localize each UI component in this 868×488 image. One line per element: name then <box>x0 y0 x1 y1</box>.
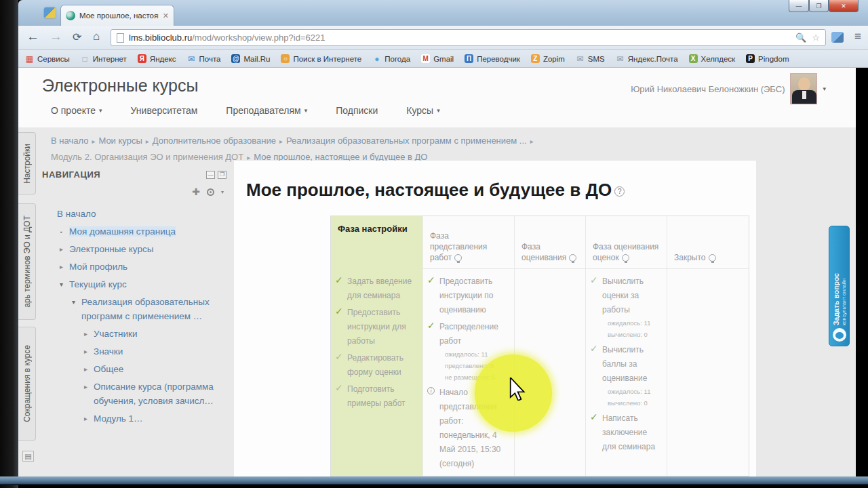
bookmark-yandex[interactable]: ЯЯндекс <box>138 54 176 63</box>
task-label[interactable]: Вычислить баллы за оценивание <box>602 343 661 386</box>
phase-switch-icon[interactable] <box>454 254 462 262</box>
collapse-block-icon[interactable]: — <box>206 171 215 179</box>
user-menu[interactable]: Юрий Николаевич Белоножкин (ЭБС) ▾ <box>631 73 826 104</box>
yandex-icon: Я <box>138 54 146 63</box>
desktop-edge <box>0 0 18 488</box>
bookmark-yandex-mail[interactable]: ✉Яндекс.Почта <box>616 54 678 63</box>
bookmark-pingdom[interactable]: PPingdom <box>746 54 789 63</box>
phase-switch-icon[interactable] <box>569 254 576 262</box>
browser-menu-icon[interactable]: ≡ <box>854 30 861 43</box>
bookmark-internet[interactable]: □Интернет <box>81 54 127 63</box>
browser-tab[interactable]: Мое прошлое, настоящ... ✕ <box>60 5 174 26</box>
tree-expanded-icon[interactable]: ▾ <box>72 295 75 309</box>
bookmark-sms[interactable]: ✉SMS <box>576 54 605 63</box>
bookmark-label: Почта <box>199 55 221 63</box>
bookmark-services[interactable]: ▦Сервисы <box>25 54 70 63</box>
sidebar-item[interactable]: ▸Участники <box>42 327 226 341</box>
tab-close-icon[interactable]: ✕ <box>163 12 169 20</box>
page-content: Электронные курсы Юрий Николаевич Белоно… <box>18 68 856 476</box>
bookmark-mailru[interactable]: @Mail.Ru <box>231 54 270 63</box>
task-label[interactable]: Редактировать форму оценки <box>347 351 417 380</box>
app-icon[interactable] <box>44 7 56 18</box>
breadcrumb-separator-icon: ▸ <box>527 138 537 145</box>
window-minimize-button[interactable]: — <box>789 0 809 12</box>
phase-switch-icon[interactable] <box>622 254 629 262</box>
tree-collapsed-icon[interactable]: ▸ <box>84 327 87 341</box>
bookmark-star-icon[interactable]: ☆ <box>812 33 820 43</box>
help-icon[interactable]: ? <box>614 186 625 197</box>
sidebar-item[interactable]: ▪Моя домашняя страница <box>42 224 226 239</box>
menu-item-label: Университетам <box>131 105 198 116</box>
phase-switch-icon[interactable] <box>709 254 716 262</box>
phase-header: Закрыто <box>667 216 749 269</box>
zoom-icon[interactable]: 🔍 <box>795 33 806 43</box>
bookmark-translator[interactable]: ППереводчик <box>465 54 520 63</box>
back-icon[interactable]: ← <box>26 29 39 44</box>
task-label[interactable]: Вычислить оценки за работы <box>602 274 661 317</box>
extension-icon[interactable] <box>831 32 844 43</box>
task-label[interactable]: Написать заключение для семинара <box>602 411 661 454</box>
sidebar-item[interactable]: ▸Электронные курсы <box>42 242 226 256</box>
breadcrumb-link[interactable]: Модуль 2. Организация ЭО и применения ДО… <box>51 152 243 162</box>
bookmark-label: Mail.Ru <box>243 55 270 63</box>
bookmark-mail[interactable]: ✉Почта <box>187 54 221 63</box>
phase-tasks: ✓Вычислить оценки за работыожидалось: 11… <box>586 269 667 454</box>
task-label[interactable]: Задать введение для семинара <box>347 274 417 303</box>
tree-collapsed-icon[interactable]: ▸ <box>84 411 87 426</box>
window-close-button[interactable]: ✕ <box>829 0 859 12</box>
menu-item-О проекте[interactable]: О проекте▾ <box>51 105 102 116</box>
move-block-icon[interactable]: ✚ <box>192 186 200 197</box>
breadcrumb-link[interactable]: В начало <box>51 136 88 146</box>
menu-item-Университетам[interactable]: Университетам <box>131 105 198 116</box>
breadcrumb-link[interactable]: Мои курсы <box>98 136 142 146</box>
tree-collapsed-icon[interactable]: ▸ <box>60 260 63 274</box>
breadcrumb-link[interactable]: Реализация образовательных программ с пр… <box>286 136 527 146</box>
forward-icon[interactable]: → <box>50 29 62 44</box>
dock-tab-label: Настройки <box>22 144 32 184</box>
bookmark-web-search[interactable]: ○Поиск в Интернете <box>281 54 361 63</box>
tree-collapsed-icon[interactable]: ▸ <box>84 344 87 359</box>
ask-question-button[interactable]: Задать вопрос консультант онлайн <box>829 226 850 346</box>
task-label[interactable]: Предоставить инструкции для работы <box>347 306 417 348</box>
gear-icon[interactable] <box>207 188 214 196</box>
sidebar-item[interactable]: ▸Общее <box>42 362 226 376</box>
home-icon[interactable]: ⌂ <box>93 30 100 43</box>
dock-block-icon[interactable]: ❐ <box>218 171 226 179</box>
dock-tab-1[interactable]: Настройки <box>18 132 36 195</box>
task-subline: ожидалось: 11 <box>602 386 661 397</box>
task-label[interactable]: Подготовить примеры работ <box>347 382 417 411</box>
avatar[interactable] <box>790 73 817 104</box>
address-bar[interactable]: lms.biblioclub.ru/mod/workshop/view.php?… <box>111 29 826 46</box>
task-label[interactable]: Предоставить инструкции по оцениванию <box>439 274 509 317</box>
task-label[interactable]: Распределение работ <box>439 320 509 348</box>
sidebar-item[interactable]: ▾Реализация образовательных программ с п… <box>42 295 226 323</box>
phase-header: Фаза представления работ <box>423 216 514 269</box>
sidebar-item[interactable]: ▸Описание курса (программа обучения, усл… <box>42 380 226 408</box>
window-maximize-button[interactable]: ❐ <box>809 0 829 12</box>
task-item: ✓Редактировать форму оценки <box>335 351 417 380</box>
sidebar-item[interactable]: ▸Модуль 1… <box>42 411 226 426</box>
bookmark-helpdesk[interactable]: ХХелпдеск <box>689 54 736 63</box>
tree-collapsed-icon[interactable]: ▸ <box>84 380 87 394</box>
sidebar-item[interactable]: ▸Значки <box>42 344 226 359</box>
bookmark-weather[interactable]: ●Погода <box>372 54 410 63</box>
dock-tab-3[interactable]: Сокращения в курсе <box>18 327 36 441</box>
tree-collapsed-icon[interactable]: ▸ <box>60 242 63 256</box>
bookmark-gmail[interactable]: MGmail <box>421 54 454 63</box>
sidebar-item[interactable]: ▾Текущий курс <box>42 277 226 291</box>
bookmark-zopim[interactable]: ZZopim <box>531 54 565 63</box>
breadcrumb-separator-icon: ▸ <box>142 138 153 145</box>
breadcrumb-link[interactable]: Дополнительное образование <box>153 136 276 146</box>
menu-item-Курсы[interactable]: Курсы▾ <box>406 105 439 116</box>
sidebar-item[interactable]: ▸Мой профиль <box>42 260 226 274</box>
reload-icon[interactable]: ⟳ <box>73 30 81 43</box>
menu-item-Подписки[interactable]: Подписки <box>336 105 378 116</box>
check-icon: ✓ <box>335 306 343 317</box>
sidebar-item[interactable]: В начало <box>42 207 226 221</box>
menu-item-Преподавателям[interactable]: Преподавателям▾ <box>226 105 307 116</box>
dock-panel-icon[interactable]: ▤ <box>22 451 34 462</box>
phase-tasks: ✓Задать введение для семинара✓Предостави… <box>331 269 422 411</box>
dock-tab-2[interactable]: арь терминов ЭО и ДОТ <box>18 203 36 320</box>
tree-expanded-icon[interactable]: ▾ <box>60 277 63 291</box>
tree-collapsed-icon[interactable]: ▸ <box>84 362 87 376</box>
